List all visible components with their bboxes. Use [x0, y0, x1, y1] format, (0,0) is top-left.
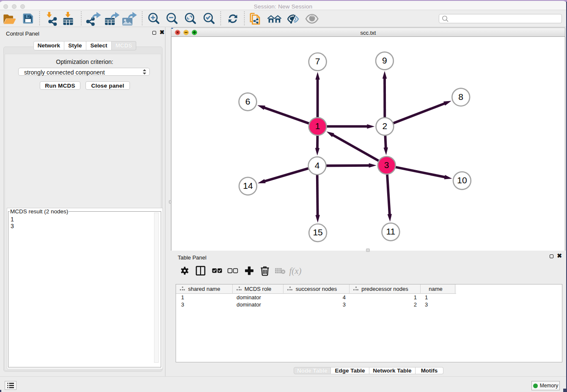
- svg-text:3: 3: [384, 160, 389, 170]
- svg-text:7: 7: [315, 56, 320, 66]
- svg-text:f(x): f(x): [289, 266, 301, 276]
- svg-text:1: 1: [315, 121, 320, 131]
- svg-text:6: 6: [245, 97, 250, 106]
- svg-text:15: 15: [313, 227, 322, 237]
- svg-text:10: 10: [457, 175, 467, 185]
- svg-text:4: 4: [315, 160, 320, 170]
- svg-text:11: 11: [386, 226, 395, 236]
- svg-text:2: 2: [383, 121, 388, 131]
- svg-text:14: 14: [243, 181, 253, 190]
- svg-text:8: 8: [458, 92, 463, 102]
- svg-text:9: 9: [382, 55, 387, 65]
